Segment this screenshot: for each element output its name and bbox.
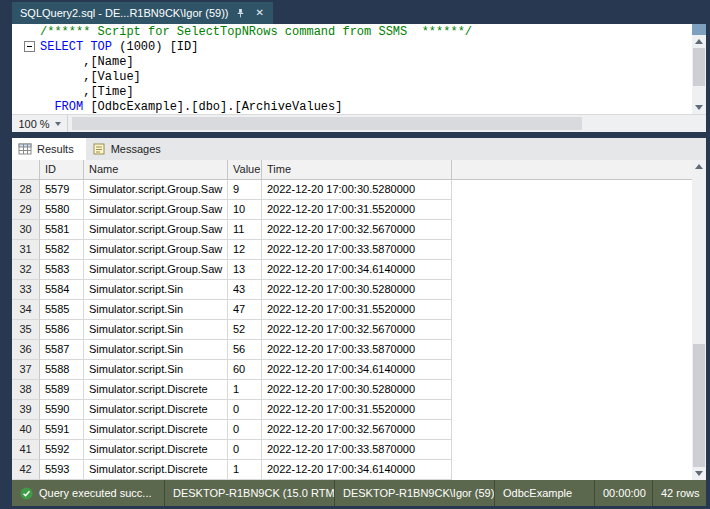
grid-scroll-up-button[interactable]	[692, 160, 706, 173]
grid-scroll-track[interactable]	[692, 173, 706, 467]
grid-cell[interactable]: 2022-12-20 17:00:34.6140000	[262, 360, 452, 380]
grid-row[interactable]: 375588Simulator.script.Sin602022-12-20 1…	[12, 360, 692, 380]
grid-row[interactable]: 335584Simulator.script.Sin432022-12-20 1…	[12, 280, 692, 300]
grid-cell[interactable]: 2022-12-20 17:00:30.5280000	[262, 380, 452, 400]
grid-row[interactable]: 325583Simulator.script.Group.Saw132022-1…	[12, 260, 692, 280]
grid-header-cell[interactable]: Name	[84, 160, 228, 180]
grid-cell[interactable]: 10	[228, 200, 262, 220]
grid-cell[interactable]: Simulator.script.Group.Saw	[84, 240, 228, 260]
row-number-cell[interactable]: 29	[12, 200, 40, 220]
grid-row[interactable]: 355586Simulator.script.Sin522022-12-20 1…	[12, 320, 692, 340]
grid-cell[interactable]: 2022-12-20 17:00:31.5520000	[262, 200, 452, 220]
grid-cell[interactable]: 0	[228, 400, 262, 420]
results-vertical-scrollbar[interactable]	[692, 160, 706, 480]
grid-cell[interactable]: 47	[228, 300, 262, 320]
row-number-cell[interactable]: 36	[12, 340, 40, 360]
grid-cell[interactable]: Simulator.script.Group.Saw	[84, 180, 228, 200]
grid-row[interactable]: 305581Simulator.script.Group.Saw112022-1…	[12, 220, 692, 240]
zoom-control[interactable]: 100 %	[12, 115, 68, 132]
row-number-cell[interactable]: 31	[12, 240, 40, 260]
grid-cell[interactable]: 12	[228, 240, 262, 260]
grid-scroll-down-button[interactable]	[692, 467, 706, 480]
grid-cell[interactable]: Simulator.script.Sin	[84, 340, 228, 360]
grid-cell[interactable]: Simulator.script.Sin	[84, 300, 228, 320]
grid-header-cell[interactable]: ID	[40, 160, 84, 180]
grid-cell[interactable]: 2022-12-20 17:00:30.5280000	[262, 180, 452, 200]
row-number-cell[interactable]: 30	[12, 220, 40, 240]
grid-cell[interactable]: 2022-12-20 17:00:33.5870000	[262, 240, 452, 260]
horizontal-scroll-thumb[interactable]	[72, 117, 582, 130]
grid-cell[interactable]: 5581	[40, 220, 84, 240]
grid-header-cell[interactable]: Value	[228, 160, 262, 180]
grid-cell[interactable]: Simulator.script.Discrete	[84, 460, 228, 480]
status-database[interactable]: OdbcExample	[494, 480, 594, 506]
grid-cell[interactable]: Simulator.script.Group.Saw	[84, 200, 228, 220]
grid-row[interactable]: 285579Simulator.script.Group.Saw92022-12…	[12, 180, 692, 200]
editor-split-grip[interactable]	[692, 24, 706, 35]
grid-cell[interactable]: 5579	[40, 180, 84, 200]
grid-row[interactable]: 315582Simulator.script.Group.Saw122022-1…	[12, 240, 692, 260]
row-number-cell[interactable]: 33	[12, 280, 40, 300]
close-icon[interactable]: ✕	[253, 7, 265, 19]
grid-cell[interactable]: 0	[228, 440, 262, 460]
grid-cell[interactable]: 5589	[40, 380, 84, 400]
grid-row[interactable]: 415592Simulator.script.Discrete02022-12-…	[12, 440, 692, 460]
grid-cell[interactable]: 5583	[40, 260, 84, 280]
row-number-cell[interactable]: 41	[12, 440, 40, 460]
row-number-cell[interactable]: 42	[12, 460, 40, 480]
row-number-cell[interactable]: 28	[12, 180, 40, 200]
grid-cell[interactable]: 56	[228, 340, 262, 360]
grid-cell[interactable]: 2022-12-20 17:00:33.5870000	[262, 440, 452, 460]
grid-cell[interactable]: Simulator.script.Group.Saw	[84, 220, 228, 240]
grid-cell[interactable]: Simulator.script.Discrete	[84, 420, 228, 440]
grid-row[interactable]: 425593Simulator.script.Discrete12022-12-…	[12, 460, 692, 480]
row-number-cell[interactable]: 39	[12, 400, 40, 420]
grid-cell[interactable]: Simulator.script.Sin	[84, 320, 228, 340]
editor-vertical-scrollbar[interactable]	[692, 24, 706, 114]
grid-header-cell[interactable]: Time	[262, 160, 452, 180]
grid-cell[interactable]: Simulator.script.Discrete	[84, 440, 228, 460]
grid-cell[interactable]: 5586	[40, 320, 84, 340]
grid-cell[interactable]: 2022-12-20 17:00:30.5280000	[262, 280, 452, 300]
grid-row[interactable]: 405591Simulator.script.Discrete02022-12-…	[12, 420, 692, 440]
tab-messages[interactable]: Messages	[86, 138, 173, 160]
grid-cell[interactable]: 5584	[40, 280, 84, 300]
grid-cell[interactable]: 9	[228, 180, 262, 200]
editor-horizontal-scrollbar[interactable]	[68, 115, 706, 132]
grid-cell[interactable]: 5591	[40, 420, 84, 440]
grid-cell[interactable]: 5580	[40, 200, 84, 220]
row-number-cell[interactable]: 38	[12, 380, 40, 400]
tab-results[interactable]: Results	[12, 138, 86, 160]
grid-cell[interactable]: Simulator.script.Sin	[84, 280, 228, 300]
grid-cell[interactable]: 5593	[40, 460, 84, 480]
grid-cell[interactable]: 2022-12-20 17:00:32.5670000	[262, 220, 452, 240]
grid-cell[interactable]: 5587	[40, 340, 84, 360]
scroll-up-button[interactable]	[692, 35, 706, 48]
grid-cell[interactable]: 11	[228, 220, 262, 240]
grid-row[interactable]: 395590Simulator.script.Discrete02022-12-…	[12, 400, 692, 420]
grid-cell[interactable]: 5585	[40, 300, 84, 320]
scroll-down-button[interactable]	[692, 101, 706, 114]
grid-cell[interactable]: Simulator.script.Sin	[84, 360, 228, 380]
grid-cell[interactable]: 5592	[40, 440, 84, 460]
grid-cell[interactable]: Simulator.script.Discrete	[84, 400, 228, 420]
grid-cell[interactable]: 2022-12-20 17:00:31.5520000	[262, 400, 452, 420]
grid-cell[interactable]: 1	[228, 460, 262, 480]
grid-cell[interactable]: 2022-12-20 17:00:32.5670000	[262, 420, 452, 440]
grid-row[interactable]: 365587Simulator.script.Sin562022-12-20 1…	[12, 340, 692, 360]
grid-cell[interactable]: 2022-12-20 17:00:32.5670000	[262, 320, 452, 340]
row-number-cell[interactable]: 37	[12, 360, 40, 380]
grid-cell[interactable]: 13	[228, 260, 262, 280]
editor-scroll-thumb[interactable]	[693, 48, 705, 86]
grid-cell[interactable]: Simulator.script.Discrete	[84, 380, 228, 400]
grid-cell[interactable]: 2022-12-20 17:00:33.5870000	[262, 340, 452, 360]
grid-cell[interactable]: Simulator.script.Group.Saw	[84, 260, 228, 280]
grid-row[interactable]: 295580Simulator.script.Group.Saw102022-1…	[12, 200, 692, 220]
row-number-cell[interactable]: 35	[12, 320, 40, 340]
grid-cell[interactable]: 52	[228, 320, 262, 340]
grid-cell[interactable]: 0	[228, 420, 262, 440]
row-number-cell[interactable]: 40	[12, 420, 40, 440]
grid-cell[interactable]: 60	[228, 360, 262, 380]
code-lines[interactable]: /****** Script for SelectTopNRows comman…	[40, 24, 692, 114]
grid-cell[interactable]: 2022-12-20 17:00:34.6140000	[262, 260, 452, 280]
